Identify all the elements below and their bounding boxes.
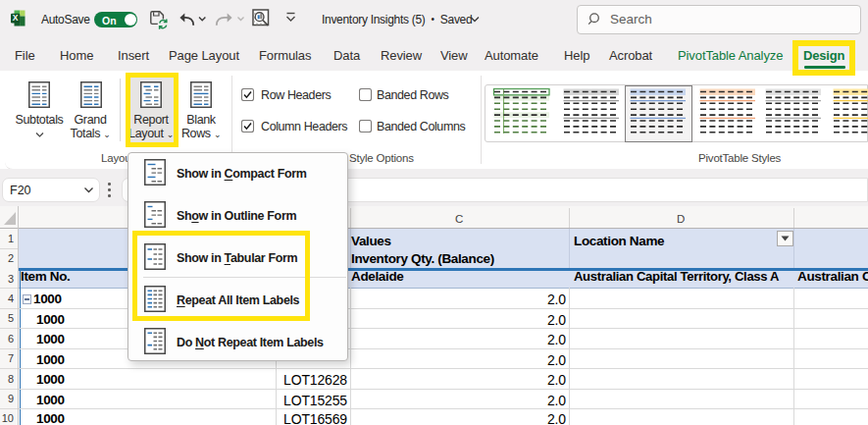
svg-text:X: X	[13, 13, 19, 23]
